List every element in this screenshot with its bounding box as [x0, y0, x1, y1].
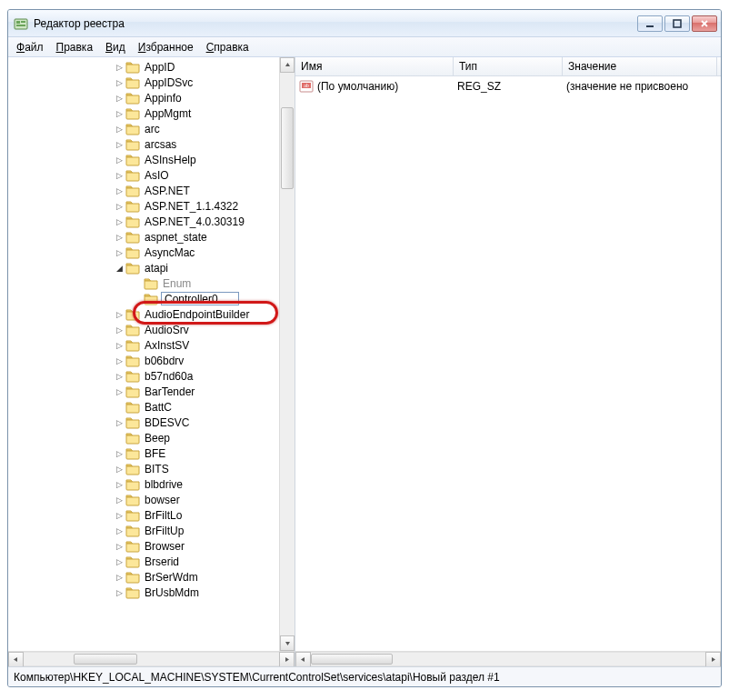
expand-icon[interactable]: ▷	[114, 588, 125, 597]
tree-node[interactable]: ▷ AppID	[8, 59, 279, 75]
expand-icon[interactable]: ▷	[114, 78, 125, 87]
expand-icon[interactable]: ▷	[114, 310, 125, 319]
tree-node[interactable]: ▷ BrFiltLo	[8, 507, 279, 523]
expand-icon[interactable]: ▷	[114, 557, 125, 566]
tree-node[interactable]: ▷ ASP.NET_4.0.30319	[8, 214, 279, 229]
tree-node[interactable]: ▷ AxInstSV	[8, 337, 279, 353]
tree-node[interactable]: ▷ Browser	[8, 538, 279, 554]
tree-node[interactable]: ▷ BFE	[8, 445, 279, 461]
expand-icon[interactable]: ▷	[114, 511, 125, 520]
close-button[interactable]	[692, 15, 717, 32]
tree-node[interactable]: ◢ atapi	[8, 260, 279, 275]
expand-icon[interactable]: ▷	[114, 171, 125, 180]
expand-icon[interactable]: ▷	[114, 372, 125, 381]
scroll-thumb[interactable]	[311, 654, 393, 665]
expand-icon[interactable]: ▷	[114, 94, 125, 103]
tree-node[interactable]: ▷ AppIDSvc	[8, 75, 279, 90]
tree-node[interactable]: ▷ BrUsbMdm	[8, 585, 279, 600]
tree-node[interactable]: ▷ BITS	[8, 461, 279, 476]
tree-node[interactable]: ▷ AsIO	[8, 167, 279, 183]
expand-icon[interactable]: ▷	[114, 186, 125, 195]
title-bar[interactable]: Редактор реестра	[8, 10, 721, 37]
tree-node[interactable]: ▷ b57nd60a	[8, 368, 279, 384]
expand-icon[interactable]: ▷	[114, 495, 125, 505]
collapse-icon[interactable]: ◢	[114, 264, 125, 273]
expand-icon[interactable]: ▷	[114, 480, 125, 489]
tree-node[interactable]: ▷ ASP.NET	[8, 183, 279, 198]
scroll-left-arrow-icon[interactable]	[8, 652, 24, 666]
list-header[interactable]: ИмяТипЗначение	[295, 57, 721, 76]
expand-icon[interactable]: ▷	[114, 217, 125, 226]
tree-node[interactable]: Beep	[8, 430, 279, 445]
maximize-button[interactable]	[664, 15, 690, 32]
tree-node-label: BrFiltLo	[143, 509, 184, 522]
expand-icon[interactable]: ▷	[114, 573, 125, 582]
menu-help[interactable]: Справка	[200, 39, 255, 55]
scroll-thumb[interactable]	[281, 107, 294, 189]
tree-node[interactable]: ▷ Appinfo	[8, 90, 279, 105]
expand-icon[interactable]: ▷	[114, 155, 125, 165]
expand-icon[interactable]: ▷	[114, 202, 125, 211]
tree-node-label: atapi	[143, 262, 170, 275]
tree-node[interactable]: ▷ bowser	[8, 492, 279, 507]
tree-node[interactable]: ▷ arc	[8, 121, 279, 136]
tree-node[interactable]: ▷ b06bdrv	[8, 353, 279, 368]
tree-node[interactable]: ▷ ASP.NET_1.1.4322	[8, 198, 279, 214]
minimize-button[interactable]	[637, 15, 663, 32]
tree-node-label: AppID	[143, 61, 176, 74]
registry-tree[interactable]: ▷ AppID ▷ AppIDSvc ▷ Appinfo ▷ AppMgmt ▷…	[8, 59, 279, 600]
tree-node[interactable]: ▷ BDESVC	[8, 415, 279, 430]
column-header[interactable]: Имя	[295, 57, 454, 75]
list-horizontal-scrollbar[interactable]	[295, 651, 721, 666]
expand-icon[interactable]: ▷	[114, 109, 125, 118]
menu-file[interactable]: Файл	[10, 39, 50, 55]
tree-node[interactable]: ▷ AudioSrv	[8, 322, 279, 337]
expand-icon[interactable]: ▷	[114, 387, 125, 396]
tree-node[interactable]: BattC	[8, 399, 279, 415]
tree-pane: ▷ AppID ▷ AppIDSvc ▷ Appinfo ▷ AppMgmt ▷…	[8, 57, 295, 666]
tree-node[interactable]: ▷ AudioEndpointBuilder	[8, 306, 279, 322]
column-header[interactable]: Значение	[563, 57, 717, 75]
menu-edit[interactable]: Правка	[50, 39, 100, 55]
scroll-down-arrow-icon[interactable]	[280, 635, 295, 651]
tree-node[interactable]: Enum	[8, 275, 279, 291]
expand-icon[interactable]: ▷	[114, 140, 125, 149]
tree-node[interactable]: ▷ AsyncMac	[8, 245, 279, 260]
expand-icon[interactable]: ▷	[114, 449, 125, 458]
expand-icon[interactable]: ▷	[114, 125, 125, 134]
tree-node-editing[interactable]	[8, 291, 279, 306]
rename-input[interactable]	[161, 292, 239, 305]
menu-favorites[interactable]: Избранное	[132, 39, 200, 55]
expand-icon[interactable]: ▷	[114, 325, 125, 335]
expand-icon[interactable]: ▷	[114, 542, 125, 551]
tree-node[interactable]: ▷ AppMgmt	[8, 105, 279, 121]
expand-icon[interactable]: ▷	[114, 248, 125, 257]
tree-node[interactable]: ▷ BrSerWdm	[8, 569, 279, 585]
scroll-right-arrow-icon[interactable]	[279, 652, 295, 666]
scroll-thumb[interactable]	[74, 654, 137, 665]
expand-icon[interactable]: ▷	[114, 341, 125, 350]
tree-node[interactable]: ▷ BrFiltUp	[8, 523, 279, 538]
tree-node[interactable]: ▷ arcsas	[8, 136, 279, 152]
expand-icon[interactable]: ▷	[114, 233, 125, 242]
column-header[interactable]: Тип	[454, 57, 563, 75]
registry-editor-window: Редактор реестра Файл Правка Вид Избранн…	[7, 9, 722, 687]
value-row[interactable]: ab(По умолчанию) REG_SZ (значение не при…	[295, 78, 721, 94]
scroll-up-arrow-icon[interactable]	[280, 57, 295, 73]
tree-horizontal-scrollbar[interactable]	[8, 651, 295, 666]
menu-view[interactable]: Вид	[99, 39, 132, 55]
expand-icon[interactable]: ▷	[114, 526, 125, 535]
tree-node[interactable]: ▷ aspnet_state	[8, 229, 279, 245]
tree-node[interactable]: ▷ blbdrive	[8, 476, 279, 492]
tree-node[interactable]: ▷ ASInsHelp	[8, 152, 279, 167]
scroll-left-arrow-icon[interactable]	[295, 652, 311, 666]
values-list[interactable]: ab(По умолчанию) REG_SZ (значение не при…	[295, 76, 721, 651]
tree-node[interactable]: ▷ BarTender	[8, 384, 279, 399]
expand-icon[interactable]: ▷	[114, 356, 125, 365]
expand-icon[interactable]: ▷	[114, 63, 125, 72]
scroll-right-arrow-icon[interactable]	[705, 652, 721, 666]
tree-vertical-scrollbar[interactable]	[279, 57, 295, 651]
expand-icon[interactable]: ▷	[114, 465, 125, 474]
tree-node[interactable]: ▷ Brserid	[8, 554, 279, 569]
expand-icon[interactable]: ▷	[114, 418, 125, 427]
